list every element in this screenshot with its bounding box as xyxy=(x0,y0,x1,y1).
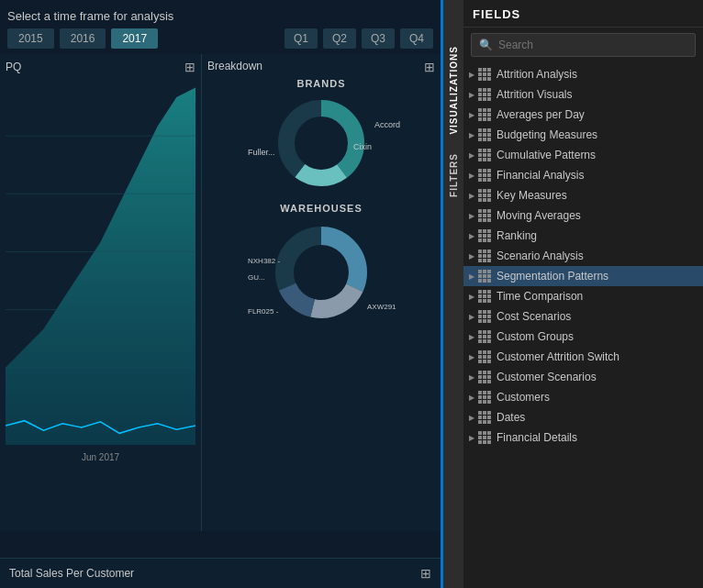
field-name-label: Averages per Day xyxy=(497,108,696,121)
field-table-icon xyxy=(478,88,491,101)
field-item[interactable]: ▶Cumulative Patterns xyxy=(463,145,703,165)
fields-header: FIELDS xyxy=(463,0,703,28)
q1-button[interactable]: Q1 xyxy=(285,28,318,49)
field-name-label: Ranking xyxy=(497,229,696,242)
breakdown-title: Breakdown xyxy=(207,60,262,74)
field-item[interactable]: ▶Moving Averages xyxy=(463,205,703,226)
field-expand-arrow: ▶ xyxy=(469,131,474,139)
field-item[interactable]: ▶Financial Analysis xyxy=(463,165,703,185)
q4-button[interactable]: Q4 xyxy=(400,28,433,49)
field-name-label: Financial Details xyxy=(497,431,696,444)
warehouses-donut-chart: NXH382 - GU... FLR025 - AXW291 xyxy=(239,217,404,327)
field-expand-arrow: ▶ xyxy=(469,313,474,321)
field-name-label: Financial Analysis xyxy=(497,169,696,182)
field-table-icon xyxy=(478,431,491,444)
search-input[interactable] xyxy=(498,39,687,51)
bottom-title: Total Sales Per Customer xyxy=(9,567,134,580)
field-table-icon xyxy=(478,350,491,363)
warehouses-section: WAREHOUSES NXH382 - GU... FLR025 - AXW29… xyxy=(207,203,435,327)
q3-button[interactable]: Q3 xyxy=(362,28,395,49)
field-item[interactable]: ▶Attrition Visuals xyxy=(463,84,703,105)
brands-section: BRANDS Accord Cixin Fuller... xyxy=(207,78,435,194)
field-expand-arrow: ▶ xyxy=(469,434,474,442)
field-item[interactable]: ▶Custom Groups xyxy=(463,327,703,347)
chart-date: Jun 2017 xyxy=(6,452,195,462)
field-name-label: Segmentation Patterns xyxy=(497,270,696,283)
bottom-icon: ⊞ xyxy=(420,566,431,581)
field-name-label: Cumulative Patterns xyxy=(497,149,696,161)
field-table-icon xyxy=(478,270,491,283)
warehouses-label: WAREHOUSES xyxy=(207,203,435,214)
field-item[interactable]: ▶Customers xyxy=(463,387,703,407)
field-name-label: Attrition Analysis xyxy=(497,68,696,81)
fields-list: ▶Attrition Analysis▶Attrition Visuals▶Av… xyxy=(463,62,703,588)
year-2016-button[interactable]: 2016 xyxy=(60,28,106,49)
field-expand-arrow: ▶ xyxy=(469,71,474,79)
bottom-bar: Total Sales Per Customer ⊞ xyxy=(0,558,441,588)
right-chart-panel: Breakdown ⊞ BRANDS Accord Cixin Fuller..… xyxy=(202,54,441,531)
brands-donut-chart: Accord Cixin Fuller... xyxy=(239,93,404,194)
field-name-label: Cost Scenarios xyxy=(497,310,696,323)
year-2015-button[interactable]: 2015 xyxy=(7,28,54,49)
field-expand-arrow: ▶ xyxy=(469,172,474,180)
svg-text:GU...: GU... xyxy=(248,273,265,282)
left-chart-icon: ⊞ xyxy=(184,60,195,74)
field-expand-arrow: ▶ xyxy=(469,394,474,402)
field-expand-arrow: ▶ xyxy=(469,212,474,220)
field-table-icon xyxy=(478,371,491,383)
field-item[interactable]: ▶Dates xyxy=(463,407,703,427)
svg-marker-0 xyxy=(6,88,195,445)
svg-text:Accord: Accord xyxy=(374,120,400,129)
field-item[interactable]: ▶Financial Details xyxy=(463,427,703,448)
field-expand-arrow: ▶ xyxy=(469,353,474,361)
year-2017-button[interactable]: 2017 xyxy=(111,28,158,49)
field-item[interactable]: ▶Cost Scenarios xyxy=(463,306,703,327)
field-table-icon xyxy=(478,290,491,303)
field-name-label: Moving Averages xyxy=(497,209,696,222)
time-selector: Select a time frame for analysis 2015 20… xyxy=(0,0,441,54)
field-name-label: Customer Scenarios xyxy=(497,371,696,383)
field-item[interactable]: ▶Budgeting Measures xyxy=(463,125,703,145)
field-table-icon xyxy=(478,330,491,343)
field-expand-arrow: ▶ xyxy=(469,272,474,281)
field-table-icon xyxy=(478,68,491,81)
left-chart-panel: PQ ⊞ Jun xyxy=(0,54,202,531)
field-expand-arrow: ▶ xyxy=(469,111,474,119)
field-expand-arrow: ▶ xyxy=(469,232,474,240)
field-name-label: Scenario Analysis xyxy=(497,250,696,262)
field-item[interactable]: ▶Time Comparison xyxy=(463,286,703,306)
field-expand-arrow: ▶ xyxy=(469,192,474,200)
visualizations-tab[interactable]: VISUALIZATIONS xyxy=(445,37,463,144)
field-expand-arrow: ▶ xyxy=(469,373,474,382)
field-item[interactable]: ▶Scenario Analysis xyxy=(463,246,703,266)
fields-panel: FIELDS 🔍 ▶Attrition Analysis▶Attrition V… xyxy=(463,0,703,588)
field-name-label: Dates xyxy=(497,411,696,424)
field-expand-arrow: ▶ xyxy=(469,91,474,99)
field-item[interactable]: ▶Customer Scenarios xyxy=(463,367,703,387)
breakdown-icon: ⊞ xyxy=(424,60,435,74)
field-expand-arrow: ▶ xyxy=(469,151,474,160)
time-selector-label: Select a time frame for analysis xyxy=(7,9,433,23)
field-table-icon xyxy=(478,310,491,323)
field-item[interactable]: ▶Segmentation Patterns xyxy=(463,266,703,286)
search-icon: 🔍 xyxy=(479,39,493,51)
field-item[interactable]: ▶Averages per Day xyxy=(463,105,703,125)
svg-text:Cixin: Cixin xyxy=(353,142,372,151)
field-table-icon xyxy=(478,169,491,182)
filters-tab[interactable]: FILTERS xyxy=(445,144,463,206)
q2-button[interactable]: Q2 xyxy=(323,28,356,49)
field-name-label: Customer Attrition Switch xyxy=(497,350,696,363)
field-item[interactable]: ▶Attrition Analysis xyxy=(463,64,703,84)
field-name-label: Key Measures xyxy=(497,189,696,202)
left-panel: Select a time frame for analysis 2015 20… xyxy=(0,0,441,588)
svg-text:NXH382 -: NXH382 - xyxy=(248,257,280,265)
field-table-icon xyxy=(478,229,491,242)
right-panel: VISUALIZATIONS FILTERS FIELDS 🔍 ▶Attriti… xyxy=(441,0,703,588)
field-table-icon xyxy=(478,189,491,202)
field-table-icon xyxy=(478,250,491,262)
area-chart xyxy=(6,78,195,445)
field-item[interactable]: ▶Ranking xyxy=(463,226,703,246)
field-item[interactable]: ▶Key Measures xyxy=(463,185,703,205)
field-table-icon xyxy=(478,149,491,161)
field-item[interactable]: ▶Customer Attrition Switch xyxy=(463,347,703,367)
